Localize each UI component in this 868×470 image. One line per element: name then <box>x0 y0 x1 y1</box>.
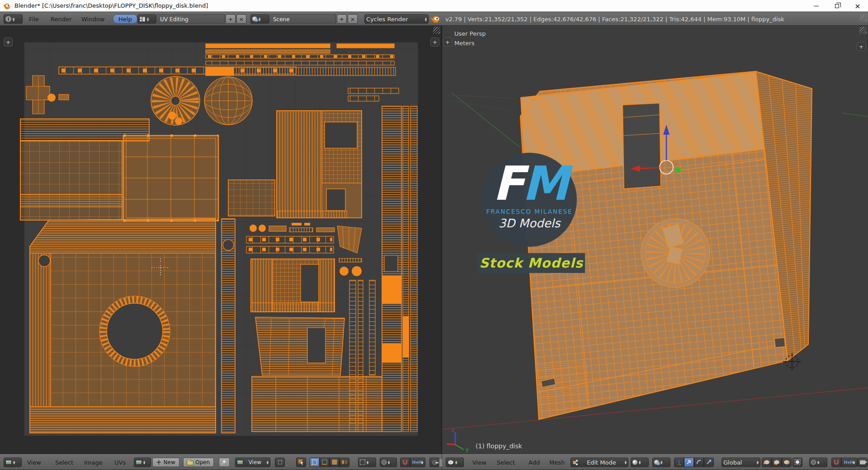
render-border-icon[interactable] <box>275 457 285 467</box>
island-select-icon[interactable] <box>340 457 349 467</box>
vertex-select-icon[interactable] <box>310 457 320 467</box>
fm-logo-name: FRANCESCO MILANESE <box>482 208 577 215</box>
uv-snap-group[interactable]: H+H <box>400 457 425 467</box>
uv-shutter-island <box>277 111 362 218</box>
opengl-render-icon[interactable] <box>858 457 868 467</box>
uv-canvas[interactable] <box>0 26 442 454</box>
uv-shutter2-island <box>251 259 335 312</box>
rotate-manipulator-icon[interactable] <box>694 457 704 467</box>
pin-button[interactable] <box>219 457 230 467</box>
snap-element-dropdown[interactable]: H+H <box>410 457 425 467</box>
uv-editor-header: View Select Image UVs +New Open View <box>0 454 442 470</box>
viewport-axis-gizmo <box>447 432 464 450</box>
clip-button-group[interactable] <box>275 457 285 467</box>
image-icon <box>136 460 142 465</box>
uv-select-mode-group[interactable] <box>310 457 349 467</box>
uv-menu-uvs[interactable]: UVs <box>114 459 126 465</box>
uv-edge-strip-islands <box>382 106 417 432</box>
3d-view-icon <box>448 459 454 465</box>
image-icon <box>237 460 243 465</box>
view-name-label: User Persp <box>454 30 486 37</box>
expand-toolshelf-button[interactable]: + <box>443 38 452 47</box>
expand-properties-button[interactable]: + <box>430 38 439 47</box>
expand-properties-button[interactable]: + <box>857 42 866 51</box>
v3d-menu-mesh[interactable]: Mesh <box>549 459 565 465</box>
chevron-updown-icon <box>13 460 15 464</box>
image-browse-dropdown[interactable] <box>134 457 151 467</box>
display-channels-dropdown[interactable]: View <box>235 457 270 467</box>
uv-menu-image[interactable]: Image <box>84 459 103 465</box>
uv-skirt-island <box>255 317 344 375</box>
mode-dropdown[interactable]: Edit Mode <box>571 457 628 467</box>
minimize-icon <box>814 6 819 6</box>
fm-logo: FM FRANCESCO MILANESE 3D Models <box>482 153 577 247</box>
uv-pivot-dropdown[interactable] <box>380 457 397 467</box>
mesh-select-mode-group[interactable] <box>762 457 792 467</box>
sticky-selection-dropdown[interactable] <box>358 457 376 467</box>
image-open-button[interactable]: Open <box>183 457 214 467</box>
chevron-updown-icon <box>367 460 368 464</box>
manipulator-group[interactable] <box>674 457 714 467</box>
viewport-header: View Select Add Mesh Edit Mode Global <box>442 454 868 470</box>
uv-banded-island <box>252 376 382 432</box>
stock-models-badge: Stock Models <box>477 253 585 273</box>
snap-element-dropdown[interactable]: H+H <box>841 457 858 467</box>
snap-magnet-icon[interactable] <box>831 457 841 467</box>
proportional-edit-dropdown[interactable] <box>809 457 827 467</box>
pivot-icon <box>382 460 387 465</box>
occlude-toggle[interactable] <box>793 457 802 467</box>
edge-select-icon[interactable] <box>320 457 330 467</box>
edge-mode-icon[interactable] <box>772 457 782 467</box>
editor-type-dropdown[interactable] <box>446 457 464 467</box>
v3d-menu-view[interactable]: View <box>472 459 486 465</box>
window-title: Blender* [C:\Users\franc\Desktop\FLOPPY_… <box>14 2 208 9</box>
uv-body-island <box>30 219 235 433</box>
uv-sync-icon[interactable] <box>296 457 306 467</box>
shading-solid-icon <box>632 460 637 465</box>
area-corner-grip[interactable] <box>433 27 440 34</box>
axis-z-label: z <box>452 427 454 433</box>
close-button[interactable]: × <box>847 0 868 12</box>
blender-logo-icon <box>3 2 11 10</box>
pin-icon <box>222 460 226 463</box>
sticky-selection-icon <box>360 460 365 465</box>
face-select-icon[interactable] <box>330 457 340 467</box>
manipulator-axis-icon[interactable] <box>674 457 684 467</box>
uv-image-editor[interactable]: + + <box>0 26 442 454</box>
v3d-menu-select[interactable]: Select <box>497 459 515 465</box>
units-label: Meters <box>454 40 474 47</box>
image-new-button[interactable]: +New <box>152 457 179 467</box>
image-editor-icon <box>5 460 12 465</box>
v3d-menu-add[interactable]: Add <box>528 459 540 465</box>
scale-manipulator-icon[interactable] <box>704 457 714 467</box>
pivot-point-dropdown[interactable] <box>652 457 670 467</box>
active-object-label: (1) floppy_disk <box>476 442 522 450</box>
uv-sphere-island <box>204 77 252 125</box>
area-divider[interactable] <box>441 26 442 454</box>
uv-fan-island <box>151 76 200 125</box>
opengl-render-group[interactable] <box>858 457 868 467</box>
floppy-hub <box>641 219 710 287</box>
minimize-button[interactable] <box>806 0 826 12</box>
maximize-button[interactable] <box>826 0 847 12</box>
area-corner-grip[interactable] <box>859 27 867 34</box>
3d-viewport[interactable]: User Persp Meters (1) floppy_disk z y FM… <box>442 26 868 454</box>
axis-y-label: y <box>466 446 469 452</box>
limit-visible-icon[interactable] <box>793 457 802 467</box>
editor-type-dropdown[interactable] <box>4 457 22 467</box>
pivot-point-icon <box>654 460 659 465</box>
orientation-dropdown[interactable]: Global <box>722 457 760 467</box>
chevron-updown-icon <box>267 460 269 464</box>
proportional-edit-icon <box>811 460 816 465</box>
expand-toolshelf-button[interactable]: + <box>4 38 13 47</box>
uv-menu-view[interactable]: View <box>27 459 41 465</box>
viewport-shading-dropdown[interactable] <box>631 457 649 467</box>
snap-group[interactable]: H+H <box>831 457 858 467</box>
face-mode-icon[interactable] <box>782 457 792 467</box>
vertex-mode-icon[interactable] <box>762 457 772 467</box>
uv-menu-select[interactable]: Select <box>55 459 73 465</box>
floppy-disk-mesh[interactable] <box>497 63 823 434</box>
snap-magnet-icon[interactable] <box>400 457 410 467</box>
translate-manipulator-icon[interactable] <box>684 457 694 467</box>
uv-sync-toggle[interactable] <box>296 457 306 467</box>
